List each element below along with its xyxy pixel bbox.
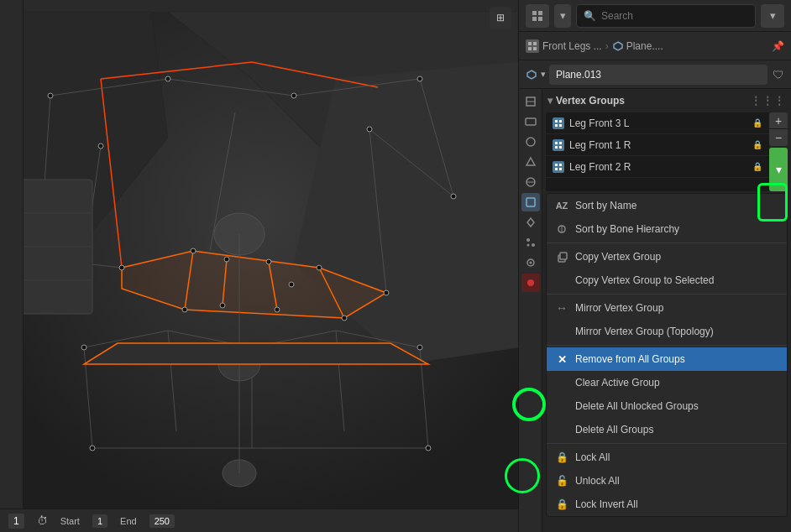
search-bar[interactable]: 🔍 bbox=[576, 4, 756, 28]
svg-rect-98 bbox=[555, 146, 558, 149]
main-content-area: ▾ Vertex Groups ⋮⋮⋮ Leg Front 3 L 🔒 bbox=[542, 89, 791, 532]
svg-rect-80 bbox=[526, 118, 536, 125]
svg-point-39 bbox=[317, 265, 322, 270]
vg-remove-button[interactable]: − bbox=[769, 129, 788, 146]
object-name-input[interactable] bbox=[549, 65, 767, 85]
svg-rect-96 bbox=[555, 142, 558, 144]
search-input[interactable] bbox=[601, 10, 748, 22]
menu-label-sort-bone: Sort by Bone Hierarchy bbox=[575, 223, 679, 235]
menu-item-delete-unlocked[interactable]: Delete All Unlocked Groups bbox=[547, 394, 787, 418]
sort-bone-icon bbox=[555, 222, 568, 236]
section-options[interactable]: ⋮⋮⋮ bbox=[751, 95, 786, 107]
viewport-3d[interactable]: ⊞ 1 ⏱ Start 1 End 250 bbox=[0, 0, 518, 532]
context-menu: AZ Sort by Name Sort by Bone Hierarchy bbox=[546, 193, 788, 517]
svg-point-88 bbox=[526, 244, 529, 247]
breadcrumb-collection-icon bbox=[526, 39, 539, 53]
vg-row-1[interactable]: Leg Front 1 R 🔒 bbox=[546, 134, 769, 156]
svg-point-59 bbox=[367, 127, 372, 132]
sidebar-constraints-icon[interactable] bbox=[521, 274, 540, 292]
svg-marker-77 bbox=[527, 70, 536, 79]
object-type-icon bbox=[526, 69, 537, 81]
svg-point-50 bbox=[291, 93, 296, 98]
menu-item-remove-all[interactable]: ✕ Remove from All Groups bbox=[547, 347, 787, 371]
remove-all-icon: ✕ bbox=[555, 352, 568, 366]
vg-add-button[interactable]: + bbox=[769, 112, 788, 129]
svg-rect-99 bbox=[559, 146, 562, 149]
clear-active-spacer bbox=[555, 376, 568, 389]
svg-rect-69 bbox=[538, 11, 542, 15]
breadcrumb: Front Legs ... › Plane.... 📌 bbox=[519, 32, 791, 60]
svg-marker-76 bbox=[614, 42, 622, 50]
panel-options-chevron[interactable]: ▾ bbox=[761, 4, 784, 28]
breadcrumb-item1[interactable]: Front Legs ... bbox=[542, 40, 602, 52]
menu-item-copy-vg[interactable]: Copy Vertex Group bbox=[547, 245, 787, 269]
properties-content: ▾ Vertex Groups ⋮⋮⋮ Leg Front 3 L 🔒 bbox=[519, 89, 791, 532]
menu-item-sort-name[interactable]: AZ Sort by Name bbox=[547, 194, 787, 217]
lock-invert-spacer: 🔒 bbox=[555, 498, 568, 511]
sidebar-modifier-icon[interactable] bbox=[521, 213, 540, 232]
svg-point-51 bbox=[417, 76, 422, 81]
sidebar-render-icon[interactable] bbox=[521, 92, 540, 111]
menu-label-sort-name: Sort by Name bbox=[575, 200, 636, 211]
menu-item-mirror-vg[interactable]: ↔ Mirror Vertex Group bbox=[547, 296, 787, 320]
sidebar-object-icon[interactable] bbox=[521, 193, 540, 211]
svg-point-46 bbox=[275, 307, 280, 312]
vertex-groups-header[interactable]: ▾ Vertex Groups ⋮⋮⋮ bbox=[542, 89, 791, 112]
menu-item-unlock-all[interactable]: 🔓 Unlock All bbox=[547, 469, 787, 493]
copy-vg-sel-spacer bbox=[555, 274, 568, 287]
sidebar-view-icon[interactable] bbox=[521, 133, 540, 151]
menu-item-clear-active[interactable]: Clear Active Group bbox=[547, 371, 787, 394]
breadcrumb-separator: › bbox=[605, 40, 609, 52]
start-frame: 1 bbox=[92, 514, 107, 528]
vg-name-0: Leg Front 3 L bbox=[569, 117, 747, 129]
breadcrumb-item2[interactable]: Plane.... bbox=[626, 40, 663, 52]
vertex-group-list-container: Leg Front 3 L 🔒 Leg Front 1 R 🔒 bbox=[546, 112, 788, 191]
menu-separator-3 bbox=[547, 345, 787, 346]
pin-icon[interactable]: 📌 bbox=[772, 40, 784, 52]
menu-item-copy-vg-sel[interactable]: Copy Vertex Group to Selected bbox=[547, 269, 787, 292]
sidebar-output-icon[interactable] bbox=[521, 112, 540, 131]
svg-marker-64 bbox=[84, 343, 428, 364]
svg-point-43 bbox=[224, 257, 229, 262]
object-name-dropdown[interactable]: ▾ bbox=[541, 69, 546, 80]
sidebar-physics-icon[interactable] bbox=[521, 253, 540, 272]
svg-point-56 bbox=[90, 446, 95, 451]
menu-label-clear-active: Clear Active Group bbox=[575, 377, 660, 389]
svg-rect-101 bbox=[559, 164, 562, 166]
menu-item-lock-invert[interactable]: 🔒 Lock Invert All bbox=[547, 493, 787, 516]
delete-unlocked-spacer bbox=[555, 399, 568, 413]
sidebar-world-icon[interactable] bbox=[521, 173, 540, 191]
svg-point-47 bbox=[289, 282, 294, 287]
sidebar-scene-icon[interactable] bbox=[521, 153, 540, 171]
menu-item-delete-all[interactable]: Delete All Groups bbox=[547, 418, 787, 441]
vg-row-2[interactable]: Leg Front 2 R 🔒 bbox=[546, 156, 769, 178]
svg-point-49 bbox=[165, 76, 170, 81]
panel-icon-button[interactable] bbox=[526, 4, 549, 28]
vg-name-1: Leg Front 1 R bbox=[569, 139, 747, 151]
menu-label-mirror-vg-top: Mirror Vertex Group (Topology) bbox=[575, 326, 714, 337]
sidebar-particles-icon[interactable] bbox=[521, 233, 540, 252]
panel-mode-chevron[interactable]: ▾ bbox=[554, 4, 571, 28]
mesh-icon bbox=[612, 40, 624, 52]
vg-dropdown-button[interactable]: ▾ bbox=[769, 148, 788, 191]
svg-rect-97 bbox=[559, 142, 562, 144]
left-toolbar bbox=[0, 0, 24, 509]
viewport-controls: ⊞ bbox=[490, 7, 511, 29]
menu-item-sort-bone[interactable]: Sort by Bone Hierarchy bbox=[547, 217, 787, 241]
svg-rect-92 bbox=[555, 120, 558, 123]
delete-all-spacer bbox=[555, 423, 568, 436]
svg-point-57 bbox=[426, 446, 431, 451]
vg-lock-icon-1: 🔒 bbox=[752, 140, 762, 149]
vg-row-0[interactable]: Leg Front 3 L 🔒 bbox=[546, 112, 769, 134]
viewport-overlay-icon[interactable]: ⊞ bbox=[490, 7, 511, 29]
svg-rect-94 bbox=[555, 124, 558, 127]
svg-point-44 bbox=[266, 259, 271, 264]
object-name-row: ▾ 🛡 bbox=[519, 60, 791, 89]
menu-item-mirror-vg-top[interactable]: Mirror Vertex Group (Topology) bbox=[547, 320, 787, 343]
properties-panel: ▾ 🔍 ▾ Front Legs ... › bbox=[518, 0, 791, 532]
svg-rect-95 bbox=[559, 124, 562, 127]
svg-point-81 bbox=[526, 138, 535, 146]
svg-point-41 bbox=[342, 316, 347, 321]
menu-item-lock-all[interactable]: 🔒 Lock All bbox=[547, 446, 787, 469]
svg-rect-70 bbox=[532, 17, 537, 21]
